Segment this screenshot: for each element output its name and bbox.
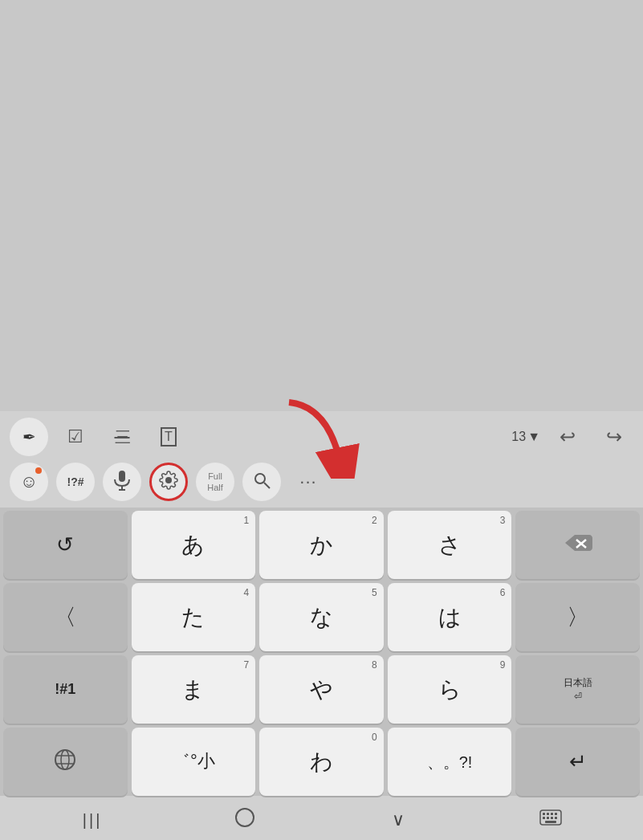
key-label: や xyxy=(310,675,333,705)
menu-icon: ||| xyxy=(83,811,103,830)
settings-button[interactable] xyxy=(149,463,188,501)
backspace-icon xyxy=(564,532,592,559)
full-half-label: FullHalf xyxy=(207,471,223,494)
key-label: あ xyxy=(181,530,205,561)
svg-rect-20 xyxy=(551,817,553,819)
pen-icon: ✒ xyxy=(22,427,36,447)
search-button[interactable] xyxy=(242,463,281,501)
text-box-icon: T xyxy=(161,427,177,447)
emoji-button[interactable]: ☺ xyxy=(10,463,48,501)
svg-rect-21 xyxy=(555,817,557,819)
svg-rect-22 xyxy=(545,821,556,823)
key-ka[interactable]: 2 か xyxy=(259,511,384,579)
key-globe[interactable] xyxy=(3,728,128,796)
punct-label: 、。?! xyxy=(427,752,473,773)
toolbar-row1: ✒ ☑ 三 T 13 ▼ ↩ ↪ xyxy=(0,411,643,463)
redo-icon: ↪ xyxy=(606,426,622,448)
svg-point-4 xyxy=(255,474,265,483)
key-label: か xyxy=(310,530,333,561)
pen-button[interactable]: ✒ xyxy=(10,418,48,456)
key-num: 0 xyxy=(372,732,377,743)
svg-rect-14 xyxy=(543,813,545,815)
font-size-button[interactable]: 13 ▼ xyxy=(511,430,540,444)
undo-button[interactable]: ↩ xyxy=(548,418,587,456)
keyboard-icon xyxy=(539,809,562,830)
emoji-notification-dot xyxy=(35,467,42,474)
text-box-button[interactable]: T xyxy=(149,418,188,456)
key-num: 3 xyxy=(500,515,506,526)
key-label: は xyxy=(438,602,462,633)
microphone-button[interactable] xyxy=(103,463,141,501)
toolbar-row2: ☺ !?# FullH xyxy=(0,463,643,508)
key-row-4: ゛°小 0 わ 、。?! ↵ xyxy=(3,728,640,796)
symbols-icon: !?# xyxy=(67,475,84,488)
key-backspace[interactable] xyxy=(515,511,640,579)
redo-button[interactable]: ↪ xyxy=(595,418,633,456)
key-sa[interactable]: 3 さ xyxy=(388,511,512,579)
home-circle-icon xyxy=(234,806,256,834)
more-button[interactable]: ··· xyxy=(289,463,328,501)
top-area xyxy=(0,0,643,411)
keyboard-container: ✒ ☑ 三 T 13 ▼ ↩ ↪ xyxy=(0,411,643,840)
key-enter[interactable]: ↵ xyxy=(515,728,640,796)
emoji-icon: ☺ xyxy=(20,471,38,492)
text-strikethrough-icon: 三 xyxy=(115,426,130,448)
svg-point-9 xyxy=(61,750,69,769)
key-ra[interactable]: 9 ら xyxy=(388,655,512,724)
bottom-nav: ||| ∨ xyxy=(0,800,643,840)
key-na[interactable]: 5 な xyxy=(259,583,384,651)
svg-rect-17 xyxy=(555,813,557,815)
svg-point-8 xyxy=(55,750,75,769)
nav-menu-button[interactable]: ||| xyxy=(68,805,116,834)
svg-point-12 xyxy=(236,809,254,826)
checkbox-icon: ☑ xyxy=(67,426,83,447)
key-ma[interactable]: 7 ま xyxy=(132,655,256,724)
nav-back-button[interactable]: ∨ xyxy=(374,805,422,834)
key-ya[interactable]: 8 や xyxy=(259,655,384,724)
svg-rect-19 xyxy=(547,817,549,819)
key-dakuten[interactable]: ゛°小 xyxy=(132,728,256,796)
key-num: 7 xyxy=(244,659,250,671)
key-punct[interactable]: 、。?! xyxy=(388,728,512,796)
key-ha[interactable]: 6 は xyxy=(388,583,512,651)
checkbox-button[interactable]: ☑ xyxy=(56,418,95,456)
key-wa[interactable]: 0 わ xyxy=(259,728,384,796)
svg-rect-15 xyxy=(547,813,549,815)
symbols-button[interactable]: !?# xyxy=(56,463,95,501)
key-label: ら xyxy=(438,675,462,705)
microphone-icon xyxy=(113,470,131,494)
key-label: た xyxy=(181,602,205,633)
left-arrow-icon: 〈 xyxy=(54,602,76,633)
more-dots-icon: ··· xyxy=(299,471,316,492)
nav-home-button[interactable] xyxy=(221,805,269,834)
key-refresh[interactable]: ↺ xyxy=(3,511,128,579)
key-row-1: ↺ 1 あ 2 か 3 さ xyxy=(3,511,640,579)
font-size-dropdown-icon: ▼ xyxy=(527,430,540,444)
back-chevron-icon: ∨ xyxy=(392,809,405,830)
key-num: 1 xyxy=(244,515,250,526)
text-strikethrough-button[interactable]: 三 xyxy=(103,418,141,456)
nav-keyboard-button[interactable] xyxy=(527,805,575,834)
key-left[interactable]: 〈 xyxy=(3,583,128,651)
key-a[interactable]: 1 あ xyxy=(132,511,256,579)
settings-gear-icon xyxy=(159,471,178,493)
key-num: 6 xyxy=(500,587,506,598)
key-num: 5 xyxy=(372,587,377,598)
japanese-enter-label: 日本語⏎ xyxy=(564,676,592,703)
key-ta[interactable]: 4 た xyxy=(132,583,256,651)
key-japanese-enter[interactable]: 日本語⏎ xyxy=(515,655,640,724)
svg-line-5 xyxy=(264,483,270,488)
search-icon xyxy=(253,471,271,492)
undo-icon: ↩ xyxy=(560,426,576,448)
enter-icon: ↵ xyxy=(569,749,587,774)
keys-area: ↺ 1 あ 2 か 3 さ xyxy=(0,508,643,796)
svg-rect-16 xyxy=(551,813,553,815)
globe-icon xyxy=(52,747,78,777)
svg-rect-1 xyxy=(119,471,125,482)
key-right[interactable]: 〉 xyxy=(515,583,640,651)
key-num: 2 xyxy=(372,515,377,526)
key-symbols[interactable]: !#1 xyxy=(3,655,128,724)
font-size-value: 13 xyxy=(511,430,526,444)
svg-rect-18 xyxy=(543,817,545,819)
full-half-button[interactable]: FullHalf xyxy=(196,463,234,501)
